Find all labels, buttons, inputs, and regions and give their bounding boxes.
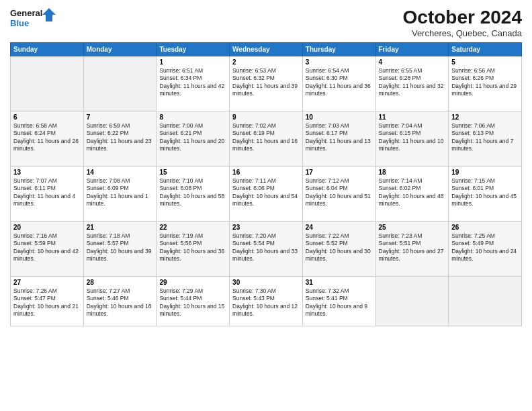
table-row: 29Sunrise: 7:29 AM Sunset: 5:44 PM Dayli… xyxy=(157,277,230,326)
day-info: Sunrise: 7:12 AM Sunset: 6:04 PM Dayligh… xyxy=(306,177,373,208)
day-number: 29 xyxy=(159,279,226,286)
day-number: 19 xyxy=(451,169,519,176)
day-number: 26 xyxy=(451,224,519,231)
table-row: 21Sunrise: 7:18 AM Sunset: 5:57 PM Dayli… xyxy=(83,222,157,277)
col-thursday: Thursday xyxy=(302,43,375,56)
day-number: 2 xyxy=(232,58,300,66)
table-row: 26Sunrise: 7:25 AM Sunset: 5:49 PM Dayli… xyxy=(449,222,522,277)
table-row: 24Sunrise: 7:22 AM Sunset: 5:52 PM Dayli… xyxy=(302,222,375,277)
day-info: Sunrise: 7:14 AM Sunset: 6:02 PM Dayligh… xyxy=(379,177,446,208)
day-info: Sunrise: 7:04 AM Sunset: 6:15 PM Dayligh… xyxy=(379,122,446,153)
day-number: 15 xyxy=(159,169,226,176)
table-row: 17Sunrise: 7:12 AM Sunset: 6:04 PM Dayli… xyxy=(302,167,375,222)
calendar-row: 27Sunrise: 7:26 AM Sunset: 5:47 PM Dayli… xyxy=(11,277,522,326)
day-info: Sunrise: 7:30 AM Sunset: 5:43 PM Dayligh… xyxy=(232,287,300,318)
calendar-table: Sunday Monday Tuesday Wednesday Thursday… xyxy=(10,42,522,326)
table-row: 7Sunrise: 6:59 AM Sunset: 6:22 PM Daylig… xyxy=(83,111,157,167)
day-number: 9 xyxy=(232,113,300,121)
day-number: 24 xyxy=(306,224,373,231)
day-number: 20 xyxy=(13,224,81,231)
day-number: 4 xyxy=(379,58,446,66)
col-friday: Friday xyxy=(375,43,449,56)
day-info: Sunrise: 7:23 AM Sunset: 5:51 PM Dayligh… xyxy=(379,232,446,263)
col-tuesday: Tuesday xyxy=(157,43,230,56)
calendar-row: 1Sunrise: 6:51 AM Sunset: 6:34 PM Daylig… xyxy=(11,56,522,111)
day-info: Sunrise: 7:22 AM Sunset: 5:52 PM Dayligh… xyxy=(306,232,373,263)
day-info: Sunrise: 7:07 AM Sunset: 6:11 PM Dayligh… xyxy=(13,177,81,208)
day-info: Sunrise: 6:59 AM Sunset: 6:22 PM Dayligh… xyxy=(87,122,154,153)
day-number: 3 xyxy=(306,58,373,66)
day-number: 28 xyxy=(87,279,154,286)
day-number: 25 xyxy=(379,224,446,231)
day-info: Sunrise: 7:29 AM Sunset: 5:44 PM Dayligh… xyxy=(159,287,226,318)
page: General Blue October 2024 Vercheres, Que… xyxy=(0,0,532,411)
table-row: 11Sunrise: 7:04 AM Sunset: 6:15 PM Dayli… xyxy=(375,111,449,167)
table-row xyxy=(83,56,157,111)
day-info: Sunrise: 6:54 AM Sunset: 6:30 PM Dayligh… xyxy=(306,67,373,98)
table-row xyxy=(375,277,449,326)
day-info: Sunrise: 6:51 AM Sunset: 6:34 PM Dayligh… xyxy=(159,67,226,98)
logo-svg: General Blue xyxy=(10,7,57,31)
table-row: 31Sunrise: 7:32 AM Sunset: 5:41 PM Dayli… xyxy=(302,277,375,326)
table-row: 25Sunrise: 7:23 AM Sunset: 5:51 PM Dayli… xyxy=(375,222,449,277)
table-row: 28Sunrise: 7:27 AM Sunset: 5:46 PM Dayli… xyxy=(83,277,157,326)
calendar-row: 13Sunrise: 7:07 AM Sunset: 6:11 PM Dayli… xyxy=(11,167,522,222)
day-info: Sunrise: 7:18 AM Sunset: 5:57 PM Dayligh… xyxy=(87,232,154,263)
day-info: Sunrise: 7:16 AM Sunset: 5:59 PM Dayligh… xyxy=(13,232,81,263)
logo: General Blue xyxy=(10,7,57,31)
day-info: Sunrise: 7:25 AM Sunset: 5:49 PM Dayligh… xyxy=(451,232,519,263)
day-info: Sunrise: 7:15 AM Sunset: 6:01 PM Dayligh… xyxy=(451,177,519,208)
day-number: 14 xyxy=(87,169,154,176)
table-row xyxy=(449,277,522,326)
day-info: Sunrise: 7:00 AM Sunset: 6:21 PM Dayligh… xyxy=(159,122,226,153)
table-row: 27Sunrise: 7:26 AM Sunset: 5:47 PM Dayli… xyxy=(11,277,84,326)
day-number: 31 xyxy=(306,279,373,286)
day-number: 8 xyxy=(159,113,226,121)
day-info: Sunrise: 7:27 AM Sunset: 5:46 PM Dayligh… xyxy=(87,287,154,318)
day-info: Sunrise: 7:10 AM Sunset: 6:08 PM Dayligh… xyxy=(159,177,226,208)
day-number: 18 xyxy=(379,169,446,176)
col-sunday: Sunday xyxy=(11,43,84,56)
table-row xyxy=(11,56,84,111)
table-row: 19Sunrise: 7:15 AM Sunset: 6:01 PM Dayli… xyxy=(449,167,522,222)
day-number: 27 xyxy=(13,279,81,286)
table-row: 6Sunrise: 6:58 AM Sunset: 6:24 PM Daylig… xyxy=(11,111,84,167)
col-monday: Monday xyxy=(83,43,157,56)
table-row: 10Sunrise: 7:03 AM Sunset: 6:17 PM Dayli… xyxy=(302,111,375,167)
day-info: Sunrise: 7:11 AM Sunset: 6:06 PM Dayligh… xyxy=(232,177,300,208)
table-row: 3Sunrise: 6:54 AM Sunset: 6:30 PM Daylig… xyxy=(302,56,375,111)
day-info: Sunrise: 7:32 AM Sunset: 5:41 PM Dayligh… xyxy=(306,287,373,318)
day-number: 16 xyxy=(232,169,300,176)
table-row: 16Sunrise: 7:11 AM Sunset: 6:06 PM Dayli… xyxy=(230,167,303,222)
title-area: October 2024 Vercheres, Quebec, Canada xyxy=(403,7,522,38)
day-info: Sunrise: 7:08 AM Sunset: 6:09 PM Dayligh… xyxy=(87,177,154,208)
day-info: Sunrise: 7:02 AM Sunset: 6:19 PM Dayligh… xyxy=(232,122,300,153)
day-info: Sunrise: 6:56 AM Sunset: 6:26 PM Dayligh… xyxy=(451,67,519,98)
table-row: 15Sunrise: 7:10 AM Sunset: 6:08 PM Dayli… xyxy=(157,167,230,222)
header: General Blue October 2024 Vercheres, Que… xyxy=(10,7,522,38)
col-wednesday: Wednesday xyxy=(230,43,303,56)
table-row: 23Sunrise: 7:20 AM Sunset: 5:54 PM Dayli… xyxy=(230,222,303,277)
month-title: October 2024 xyxy=(403,7,522,28)
day-info: Sunrise: 7:20 AM Sunset: 5:54 PM Dayligh… xyxy=(232,232,300,263)
day-info: Sunrise: 7:06 AM Sunset: 6:13 PM Dayligh… xyxy=(451,122,519,153)
day-number: 7 xyxy=(87,113,154,121)
svg-text:Blue: Blue xyxy=(10,18,29,28)
table-row: 13Sunrise: 7:07 AM Sunset: 6:11 PM Dayli… xyxy=(11,167,84,222)
svg-marker-2 xyxy=(42,8,56,21)
day-number: 30 xyxy=(232,279,300,286)
table-row: 14Sunrise: 7:08 AM Sunset: 6:09 PM Dayli… xyxy=(83,167,157,222)
table-row: 18Sunrise: 7:14 AM Sunset: 6:02 PM Dayli… xyxy=(375,167,449,222)
table-row: 4Sunrise: 6:55 AM Sunset: 6:28 PM Daylig… xyxy=(375,56,449,111)
calendar-row: 20Sunrise: 7:16 AM Sunset: 5:59 PM Dayli… xyxy=(11,222,522,277)
header-row: Sunday Monday Tuesday Wednesday Thursday… xyxy=(11,43,522,56)
calendar-row: 6Sunrise: 6:58 AM Sunset: 6:24 PM Daylig… xyxy=(11,111,522,167)
day-info: Sunrise: 7:03 AM Sunset: 6:17 PM Dayligh… xyxy=(306,122,373,153)
day-info: Sunrise: 7:26 AM Sunset: 5:47 PM Dayligh… xyxy=(13,287,81,318)
day-info: Sunrise: 6:55 AM Sunset: 6:28 PM Dayligh… xyxy=(379,67,446,98)
table-row: 20Sunrise: 7:16 AM Sunset: 5:59 PM Dayli… xyxy=(11,222,84,277)
day-number: 6 xyxy=(13,113,81,121)
day-number: 13 xyxy=(13,169,81,176)
svg-text:General: General xyxy=(10,8,42,18)
day-info: Sunrise: 7:19 AM Sunset: 5:56 PM Dayligh… xyxy=(159,232,226,263)
